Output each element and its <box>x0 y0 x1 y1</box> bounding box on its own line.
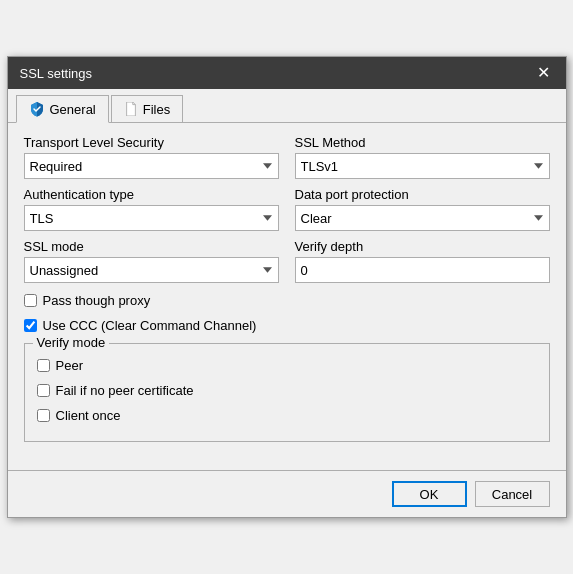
client-once-checkbox[interactable] <box>37 409 50 422</box>
dialog-body: Transport Level Security Required Option… <box>8 123 566 462</box>
verify-depth-input[interactable] <box>295 257 550 283</box>
form-row-2: Authentication type TLS None Data port p… <box>24 187 550 231</box>
button-bar: OK Cancel <box>8 470 566 517</box>
pass-through-proxy-row: Pass though proxy <box>24 291 550 310</box>
cancel-button[interactable]: Cancel <box>475 481 550 507</box>
tab-bar: General Files <box>8 89 566 123</box>
dialog-title: SSL settings <box>20 66 93 81</box>
tab-general[interactable]: General <box>16 95 109 123</box>
ssl-settings-dialog: SSL settings ✕ General Files <box>7 56 567 518</box>
verify-depth-group: Verify depth <box>295 239 550 283</box>
ssl-mode-label: SSL mode <box>24 239 279 254</box>
authentication-type-label: Authentication type <box>24 187 279 202</box>
ssl-method-select[interactable]: TLSv1 TLSv1.1 TLSv1.2 <box>295 153 550 179</box>
fail-no-peer-label[interactable]: Fail if no peer certificate <box>56 383 194 398</box>
use-ccc-row: Use CCC (Clear Command Channel) <box>24 316 550 335</box>
authentication-type-group: Authentication type TLS None <box>24 187 279 231</box>
tab-files[interactable]: Files <box>111 95 183 122</box>
verify-mode-title: Verify mode <box>33 335 110 350</box>
client-once-row: Client once <box>37 406 537 425</box>
form-row-3: SSL mode Unassigned Implicit Explicit Ve… <box>24 239 550 283</box>
file-icon <box>124 102 138 116</box>
shield-icon <box>29 101 45 117</box>
peer-checkbox[interactable] <box>37 359 50 372</box>
peer-row: Peer <box>37 356 537 375</box>
tab-files-label: Files <box>143 102 170 117</box>
pass-through-proxy-label[interactable]: Pass though proxy <box>43 293 151 308</box>
use-ccc-label[interactable]: Use CCC (Clear Command Channel) <box>43 318 257 333</box>
verify-mode-content: Peer Fail if no peer certificate Client … <box>37 356 537 425</box>
ssl-method-label: SSL Method <box>295 135 550 150</box>
ssl-mode-select[interactable]: Unassigned Implicit Explicit <box>24 257 279 283</box>
transport-level-security-group: Transport Level Security Required Option… <box>24 135 279 179</box>
tab-general-label: General <box>50 102 96 117</box>
use-ccc-checkbox[interactable] <box>24 319 37 332</box>
data-port-protection-select[interactable]: Clear Private Safe <box>295 205 550 231</box>
data-port-protection-group: Data port protection Clear Private Safe <box>295 187 550 231</box>
transport-level-security-label: Transport Level Security <box>24 135 279 150</box>
ok-button[interactable]: OK <box>392 481 467 507</box>
peer-label[interactable]: Peer <box>56 358 83 373</box>
close-button[interactable]: ✕ <box>533 65 554 81</box>
fail-no-peer-row: Fail if no peer certificate <box>37 381 537 400</box>
form-row-1: Transport Level Security Required Option… <box>24 135 550 179</box>
verify-mode-group-box: Verify mode Peer Fail if no peer certifi… <box>24 343 550 442</box>
fail-no-peer-checkbox[interactable] <box>37 384 50 397</box>
verify-depth-label: Verify depth <box>295 239 550 254</box>
ssl-method-group: SSL Method TLSv1 TLSv1.1 TLSv1.2 <box>295 135 550 179</box>
client-once-label[interactable]: Client once <box>56 408 121 423</box>
pass-through-proxy-checkbox[interactable] <box>24 294 37 307</box>
transport-level-security-select[interactable]: Required Optional None <box>24 153 279 179</box>
ssl-mode-group: SSL mode Unassigned Implicit Explicit <box>24 239 279 283</box>
title-bar: SSL settings ✕ <box>8 57 566 89</box>
authentication-type-select[interactable]: TLS None <box>24 205 279 231</box>
data-port-protection-label: Data port protection <box>295 187 550 202</box>
